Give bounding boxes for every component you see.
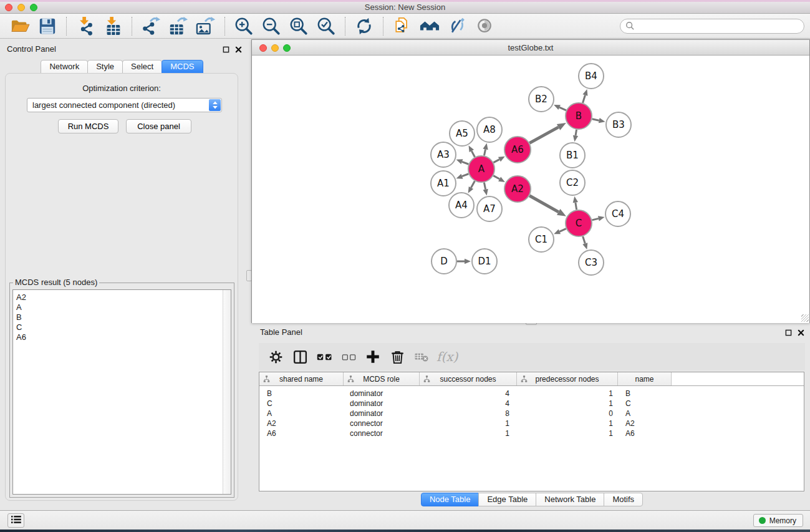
window-resize-grip[interactable] [801,314,809,322]
import-table-icon[interactable] [102,15,124,37]
mcds-result-item[interactable]: A6 [16,332,231,342]
network-window-titlebar[interactable]: testGlobe.txt [252,40,809,56]
graph-edge-B-B4[interactable] [582,89,587,103]
save-session-icon[interactable] [36,15,59,37]
graph-node-A6[interactable]: A6 [504,137,531,163]
graph-node-A5[interactable]: A5 [450,121,475,146]
graph-edge-A6-B[interactable] [529,123,566,143]
graph-node-B3[interactable]: B3 [606,112,631,137]
table-row[interactable]: A2connector11A2 [259,418,804,428]
run-mcds-button[interactable]: Run MCDS [58,119,118,133]
delete-row-icon[interactable] [388,347,407,367]
zoom-out-icon[interactable] [260,15,282,37]
tab-select[interactable]: Select [122,60,162,74]
graph-edge-A-A2[interactable] [493,176,505,182]
table-row[interactable]: Cdominator41C [259,399,804,409]
graph-edge-A2-C[interactable] [529,196,566,216]
settings-icon[interactable] [266,347,285,367]
tab-edge-table[interactable]: Edge Table [478,493,536,506]
graph-node-A7[interactable]: A7 [477,196,502,221]
copy-network-icon[interactable] [391,15,413,37]
import-network-icon[interactable] [74,15,97,37]
memory-button[interactable]: Memory [753,514,803,527]
graph-edge-A-A4[interactable] [468,181,475,193]
column-header-predecessor-nodes[interactable]: predecessor nodes [517,372,618,385]
table-row[interactable]: Adominator80A [259,409,804,418]
graph-node-C4[interactable]: C4 [605,201,630,226]
table-panel-close-icon[interactable] [796,328,805,337]
graph-edge-D-D1[interactable] [457,259,471,264]
graph-edge-B-B3[interactable] [592,118,605,123]
open-session-icon[interactable] [9,15,31,37]
graph-edge-A-A1[interactable] [456,174,469,179]
column-header-MCDS-role[interactable]: MCDS role [344,372,420,385]
graph-edge-C-C1[interactable] [554,229,566,235]
column-header-successor-nodes[interactable]: successor nodes [420,372,517,385]
graph-node-A4[interactable]: A4 [449,193,474,218]
graph-edge-C-C3[interactable] [582,236,587,249]
tab-motifs[interactable]: Motifs [604,493,643,506]
zoom-fit-icon[interactable] [287,15,310,37]
add-row-icon[interactable] [364,347,382,367]
tab-network-table[interactable]: Network Table [536,493,604,506]
table-row[interactable]: A6connector11A6 [259,428,804,438]
table-panel-float-icon[interactable] [784,328,793,337]
network-canvas[interactable]: AA1A2A3A4A5A6A7A8BB1B2B3B4CC1C2C3C4DD1 [252,56,809,323]
graph-edge-A-A5[interactable] [469,145,475,157]
graph-edge-C-C4[interactable] [592,216,604,221]
split-panel-icon[interactable] [291,347,309,367]
graph-edge-A-A7[interactable] [483,183,488,196]
graph-node-D[interactable]: D [432,249,456,274]
graph-node-C3[interactable]: C3 [579,250,604,275]
mcds-result-item[interactable]: A2 [16,293,231,302]
zoom-selected-icon[interactable] [315,15,337,37]
tab-mcds[interactable]: MCDS [162,60,203,74]
graph-node-B2[interactable]: B2 [529,87,554,112]
mcds-result-item[interactable]: C [16,322,231,332]
result-list-scrollbar[interactable] [223,290,231,494]
graph-node-C2[interactable]: C2 [560,170,585,195]
graph-node-D1[interactable]: D1 [472,249,497,274]
graph-node-A[interactable]: A [468,156,494,182]
graph-edge-B-B1[interactable] [573,130,578,142]
export-network-icon[interactable] [140,15,162,37]
mcds-result-item[interactable]: A [16,302,231,312]
tab-network[interactable]: Network [41,60,88,74]
graph-node-C1[interactable]: C1 [529,227,554,252]
close-panel-button[interactable]: Close panel [126,119,191,133]
zoom-in-icon[interactable] [233,15,255,37]
graph-node-C[interactable]: C [566,210,592,236]
column-header-name[interactable]: name [618,372,672,385]
control-panel-close-icon[interactable] [234,45,243,54]
graph-edge-A-A6[interactable] [493,157,504,163]
tab-style[interactable]: Style [87,60,123,74]
graph-node-B4[interactable]: B4 [579,64,604,89]
select-all-icon[interactable] [315,347,334,367]
export-image-icon[interactable] [195,15,217,37]
mcds-result-item[interactable]: B [16,312,231,322]
task-history-button[interactable] [7,513,24,528]
table-row[interactable]: Bdominator41B [259,389,804,399]
graph-node-A3[interactable]: A3 [431,142,456,167]
control-panel-float-icon[interactable] [221,45,230,54]
export-table-icon[interactable] [167,15,190,37]
home-icon[interactable] [418,15,441,37]
toggle-graphics-details-icon[interactable] [446,15,468,37]
tab-node-table[interactable]: Node Table [421,493,480,506]
column-header-shared-name[interactable]: shared name [259,372,344,385]
graph-edge-A-A3[interactable] [456,159,469,164]
mcds-result-list[interactable]: A2ABCA6 [12,289,231,495]
birds-eye-view-icon[interactable] [473,15,496,37]
graph-edge-A-A8[interactable] [483,143,488,156]
graph-node-A1[interactable]: A1 [431,171,456,196]
search-box[interactable] [620,19,804,34]
graph-node-B1[interactable]: B1 [560,143,585,168]
apply-layout-icon[interactable] [353,15,375,37]
graph-edge-C-C2[interactable] [573,196,578,210]
graph-node-A2[interactable]: A2 [504,176,531,202]
graph-node-B[interactable]: B [566,103,592,129]
graph-edge-B-B2[interactable] [554,105,566,110]
criterion-dropdown[interactable]: largest connected component (directed) [27,98,222,112]
search-input[interactable] [637,21,804,32]
deselect-all-icon[interactable] [339,347,358,367]
